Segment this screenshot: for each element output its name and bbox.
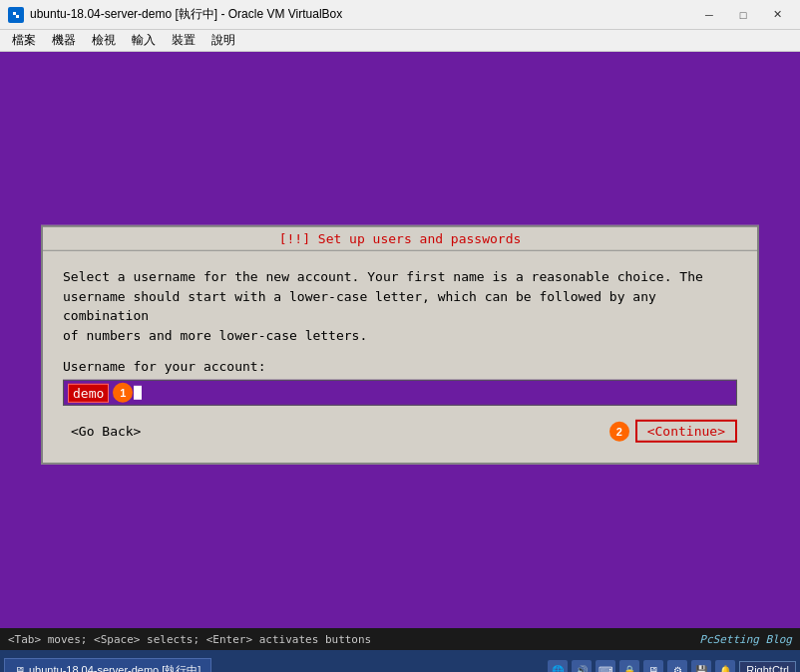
- virtualbox-icon: [8, 7, 24, 23]
- desc-line2: username should start with a lower-case …: [63, 286, 737, 325]
- svg-rect-1: [13, 12, 16, 15]
- taskbar: 🖥 ubuntu-18.04-server-demo [執行中] 🌐 🔊 ⌨ 🔒…: [0, 650, 800, 672]
- go-back-button[interactable]: <Go Back>: [63, 422, 149, 441]
- window-title: ubuntu-18.04-server-demo [執行中] - Oracle …: [30, 6, 694, 23]
- dialog-content: Select a username for the new account. Y…: [43, 251, 757, 463]
- username-input-field[interactable]: demo 1: [63, 380, 737, 406]
- close-button[interactable]: ✕: [762, 5, 792, 25]
- menu-view[interactable]: 檢視: [84, 30, 124, 51]
- blog-watermark: PcSetting Blog: [699, 633, 792, 646]
- vm-screen[interactable]: [!!] Set up users and passwords Select a…: [0, 52, 800, 628]
- title-bar: ubuntu-18.04-server-demo [執行中] - Oracle …: [0, 0, 800, 30]
- taskbar-app-button[interactable]: 🖥 ubuntu-18.04-server-demo [執行中]: [4, 658, 211, 673]
- status-bar: <Tab> moves; <Space> selects; <Enter> ac…: [0, 628, 800, 650]
- taskbar-right: 🌐 🔊 ⌨ 🔒 🖥 ⚙ 💾 🔔 RightCtrl: [548, 660, 796, 672]
- menu-machine[interactable]: 機器: [44, 30, 84, 51]
- text-cursor: [134, 386, 142, 400]
- monitor-icon[interactable]: 🖥: [643, 660, 663, 672]
- keyboard-icon[interactable]: ⌨: [596, 660, 615, 672]
- annotation-2: 2: [609, 421, 629, 441]
- maximize-button[interactable]: □: [728, 5, 758, 25]
- menu-bar: 檔案 機器 檢視 輸入 裝置 說明: [0, 30, 800, 52]
- username-label: Username for your account:: [63, 359, 737, 374]
- settings-icon[interactable]: ⚙: [667, 660, 687, 672]
- window-controls: ─ □ ✕: [694, 5, 792, 25]
- dialog-title: [!!] Set up users and passwords: [43, 227, 757, 251]
- setup-dialog: [!!] Set up users and passwords Select a…: [41, 225, 759, 465]
- svg-rect-2: [16, 15, 19, 18]
- rightctrl-label: RightCtrl: [739, 661, 796, 672]
- speaker-icon[interactable]: 🔊: [572, 660, 592, 672]
- dialog-title-text: [!!] Set up users and passwords: [279, 231, 522, 246]
- username-value: demo: [68, 383, 109, 402]
- menu-file[interactable]: 檔案: [4, 30, 44, 51]
- menu-help[interactable]: 說明: [203, 30, 243, 51]
- security-icon[interactable]: 🔒: [619, 660, 639, 672]
- status-text: <Tab> moves; <Space> selects; <Enter> ac…: [8, 633, 371, 646]
- network-icon[interactable]: 🌐: [548, 660, 568, 672]
- taskbar-icon-small: 🖥: [15, 665, 25, 673]
- continue-wrapper: 2 <Continue>: [605, 420, 737, 443]
- dialog-buttons: <Go Back> 2 <Continue>: [63, 420, 737, 447]
- dialog-description: Select a username for the new account. Y…: [63, 267, 737, 345]
- notification-icon[interactable]: 🔔: [715, 660, 735, 672]
- annotation-1: 1: [113, 383, 133, 403]
- menu-input[interactable]: 輸入: [124, 30, 164, 51]
- desc-line3: of numbers and more lower-case letters.: [63, 325, 737, 345]
- usb-icon[interactable]: 💾: [691, 660, 711, 672]
- taskbar-left: 🖥 ubuntu-18.04-server-demo [執行中]: [4, 658, 211, 673]
- continue-button[interactable]: <Continue>: [635, 420, 737, 443]
- minimize-button[interactable]: ─: [694, 5, 724, 25]
- taskbar-app-label: ubuntu-18.04-server-demo [執行中]: [29, 663, 200, 673]
- menu-devices[interactable]: 裝置: [164, 30, 203, 51]
- desc-line1: Select a username for the new account. Y…: [63, 267, 737, 287]
